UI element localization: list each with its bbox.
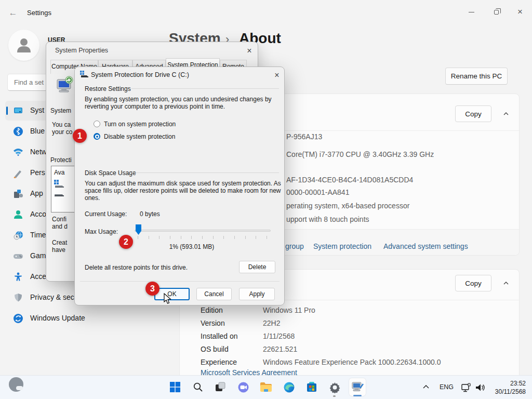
current-usage-label: Current Usage: [85, 210, 127, 218]
chevron-up-icon[interactable] [503, 280, 509, 286]
sidebar-item-label: Acco [30, 210, 46, 218]
apply-button[interactable]: Apply [239, 288, 275, 300]
close-button[interactable]: × [270, 69, 284, 82]
processor-fragment: Core(TM) i7-3770 CPU @ 3.40GHz 3.39 GHz [286, 150, 434, 158]
taskbar: ENG 23:52 30/11/2568 [0, 375, 532, 399]
chat-button[interactable] [235, 378, 251, 396]
bluetooth-icon [12, 126, 24, 137]
spec-row-label: Experience [201, 358, 237, 366]
system-protection-link[interactable]: System protection [313, 242, 371, 250]
edge-icon [283, 381, 295, 393]
spec-row-value: 22H2 [263, 319, 280, 327]
step-2-badge: 2 [119, 235, 133, 249]
accounts-icon [12, 209, 24, 220]
apps-icon [12, 188, 24, 200]
close-icon: × [274, 71, 279, 80]
system-protection-dialog: System Protection for Drive C (C:) × Res… [74, 66, 285, 305]
chevron-up-icon[interactable] [503, 111, 509, 117]
settings-running-indicator [333, 395, 336, 397]
spec-row-value: Windows 11 Pro [263, 306, 315, 314]
gear-icon [329, 381, 341, 393]
maximize-button[interactable] [484, 3, 508, 21]
drive-icon [54, 193, 64, 197]
sidebar-item-label: Privacy & sec [30, 293, 74, 301]
radio-disable-protection[interactable] [94, 133, 100, 140]
rename-pc-button[interactable]: Rename this PC [445, 68, 508, 85]
language-indicator[interactable]: ENG [440, 383, 454, 391]
copy-device-specs-button[interactable]: Copy [455, 105, 491, 122]
advanced-system-settings-link[interactable]: Advanced system settings [383, 242, 468, 250]
disk-description-line1: You can adjust the maximum disk space us… [85, 180, 281, 187]
restore-description-line1: By enabling system protection, you can u… [85, 96, 272, 103]
folder-icon [260, 382, 272, 392]
sidebar-item-windows-update[interactable]: Windows Update [5, 309, 161, 328]
user-icon [15, 36, 33, 54]
clock[interactable]: 23:52 30/11/2568 [486, 379, 526, 396]
system-restore-icon [54, 75, 75, 96]
search-button[interactable] [190, 378, 206, 396]
edge-button[interactable] [281, 378, 297, 396]
pen-touch-fragment: upport with 8 touch points [286, 215, 369, 223]
radio-disable-label[interactable]: Disable system protection [104, 133, 175, 140]
network-icon[interactable] [460, 382, 472, 393]
spec-row-value: Windows Feature Experience Pack 1000.226… [263, 358, 441, 366]
copy-windows-specs-button[interactable]: Copy [455, 275, 491, 291]
system-properties-taskbar-button[interactable] [349, 378, 366, 396]
brush-icon [12, 167, 24, 179]
delete-restore-points-label: Delete all restore points for this drive… [85, 264, 188, 271]
slider-value-label: 1% (593.01 MB) [119, 243, 264, 250]
settings-taskbar-button[interactable] [326, 378, 343, 396]
accessibility-icon [12, 271, 24, 283]
current-usage-value: 0 bytes [140, 210, 160, 218]
active-app-indicator [353, 395, 362, 396]
slider-thumb[interactable] [136, 224, 141, 235]
delete-button[interactable]: Delete [239, 261, 275, 273]
device-id-fragment: AF-1D34-4CE0-B4C4-14D081A5CDD4 [286, 176, 413, 184]
slider-tick [202, 236, 203, 239]
slider-tick [149, 236, 149, 239]
cancel-button[interactable]: Cancel [196, 288, 232, 300]
slider-tick [245, 236, 246, 239]
sidebar-item-label: App [30, 189, 43, 197]
system-properties-window-icon [351, 381, 364, 393]
protection-settings-fragment: Protecti [50, 156, 72, 164]
slider-tick [191, 236, 192, 239]
widgets-weather-icon[interactable] [9, 377, 23, 392]
available-drives-list[interactable]: Ava [51, 166, 75, 212]
max-usage-slider[interactable] [135, 230, 271, 232]
radio-turn-on-label[interactable]: Turn on system protection [104, 121, 176, 128]
close-button[interactable]: × [243, 45, 256, 57]
list-header-fragment: Ava [54, 169, 64, 176]
volume-icon[interactable] [474, 382, 486, 393]
close-icon: × [517, 7, 523, 17]
domain-workgroup-link[interactable]: group [285, 242, 304, 250]
close-button[interactable]: × [508, 3, 532, 21]
slider-tick [138, 236, 138, 239]
start-button[interactable] [167, 378, 183, 396]
tray-chevron-up-icon[interactable] [422, 383, 430, 391]
disk-description-line2: space fills up, older restore points wil… [85, 187, 281, 194]
gamepad-icon [12, 250, 24, 262]
store-button[interactable] [303, 378, 320, 396]
max-usage-label: Max Usage: [85, 228, 118, 235]
system-type-fragment: perating system, x64-based processor [286, 202, 409, 210]
system-restore-fragment: System [50, 107, 71, 114]
chat-icon [237, 381, 249, 393]
device-name-fragment: P-956AJ13 [286, 132, 322, 141]
sidebar-item-label: Netw [30, 148, 47, 156]
slider-tick [159, 236, 159, 239]
disk-space-group-label: Disk Space Usage [85, 169, 136, 177]
slider-tick [256, 236, 256, 239]
task-view-button[interactable] [212, 378, 229, 396]
radio-turn-on-protection[interactable] [94, 121, 100, 127]
sidebar-item-label: Pers [30, 168, 45, 177]
spec-row-label: Edition [201, 306, 223, 314]
text-fragment: Confi [52, 216, 66, 223]
minimize-button[interactable] [459, 3, 483, 21]
drive-icon [54, 180, 64, 188]
minimize-icon [469, 12, 474, 12]
back-icon[interactable]: ← [7, 7, 19, 19]
spec-row-label: OS build [201, 345, 229, 353]
tray-time: 23:52 [486, 379, 526, 388]
file-explorer-button[interactable] [258, 378, 274, 396]
